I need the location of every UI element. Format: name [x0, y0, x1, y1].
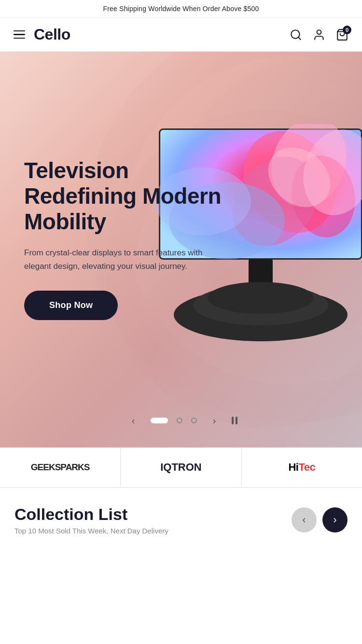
carousel-controls: ‹ ›	[125, 412, 237, 429]
brand-hitec-hi: Hi	[288, 461, 298, 473]
account-icon[interactable]	[313, 28, 325, 41]
collection-section: Collection List Top 10 Most Sold This We…	[0, 488, 362, 545]
collection-nav: ‹ ›	[292, 507, 348, 532]
brand-geeksparks-label: GEEKSPARKS	[31, 462, 90, 473]
shop-now-button[interactable]: Shop Now	[24, 291, 118, 320]
carousel-dot-3[interactable]	[191, 418, 197, 423]
brand-hitec[interactable]: HiTec	[242, 448, 362, 487]
cart-badge: 0	[343, 26, 351, 34]
brand-hitec-tec: Tec	[298, 461, 315, 473]
hero-description: From crystal-clear displays to smart fea…	[24, 246, 217, 273]
hero-banner: Television Redefining Modern Mobility Fr…	[0, 52, 362, 448]
brand-logos-bar: GEEKSPARKS IQTRON HiTec	[0, 448, 362, 488]
search-icon[interactable]	[290, 28, 302, 41]
carousel-prev-button[interactable]: ‹	[125, 412, 142, 429]
announcement-bar: Free Shipping Worldwide When Order Above…	[0, 0, 362, 18]
hero-title: Television Redefining Modern Mobility	[24, 158, 246, 235]
carousel-next-button[interactable]: ›	[206, 412, 223, 429]
announcement-text: Free Shipping Worldwide When Order Above…	[103, 5, 259, 13]
carousel-dot-2[interactable]	[177, 418, 182, 423]
header-left: Cello	[14, 26, 70, 43]
collection-title: Collection List	[14, 505, 168, 524]
svg-line-1	[298, 37, 301, 40]
menu-icon[interactable]	[14, 30, 25, 39]
collection-text: Collection List Top 10 Most Sold This We…	[14, 505, 168, 535]
header: Cello 0	[0, 18, 362, 52]
brand-geeksparks[interactable]: GEEKSPARKS	[0, 448, 121, 487]
carousel-dot-1[interactable]	[151, 418, 168, 423]
logo[interactable]: Cello	[34, 26, 70, 43]
header-right: 0	[290, 28, 348, 41]
brand-iqtron-label: IQTRON	[160, 461, 202, 474]
hero-content: Television Redefining Modern Mobility Fr…	[24, 158, 246, 320]
brand-hitec-label: HiTec	[288, 461, 315, 474]
collection-prev-button[interactable]: ‹	[292, 507, 317, 532]
svg-point-2	[317, 30, 321, 34]
cart-icon-wrapper[interactable]: 0	[336, 28, 348, 41]
brand-iqtron[interactable]: IQTRON	[121, 448, 241, 487]
carousel-pause-button[interactable]	[232, 417, 237, 424]
collection-subtitle: Top 10 Most Sold This Week, Next Day Del…	[14, 527, 168, 535]
collection-next-button[interactable]: ›	[322, 507, 348, 532]
